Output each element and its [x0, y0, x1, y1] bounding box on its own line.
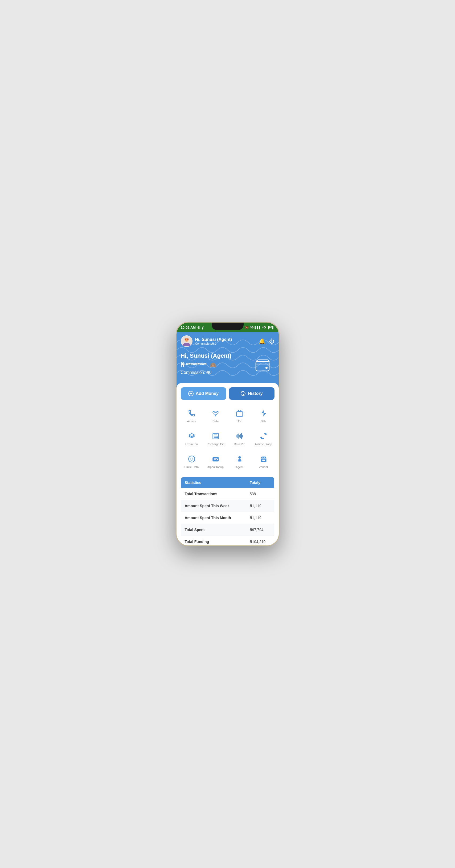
service-tv[interactable]: TV — [229, 405, 251, 426]
stats-col1-header: Statistics — [181, 477, 246, 488]
svg-point-25 — [238, 456, 241, 459]
action-buttons: Add Money History — [181, 387, 275, 400]
signal-display: 4G — [250, 326, 254, 329]
history-icon — [240, 391, 246, 396]
stats-row-value: 538 — [246, 488, 274, 500]
airtime-swap-label: Airtime Swap — [255, 442, 272, 446]
tv-label: TV — [237, 420, 241, 423]
header-body: Hi, Sunusi (Agent) ₦ ********* 🙈 Commiss… — [181, 352, 275, 375]
svg-point-8 — [215, 415, 216, 416]
data-label: Data — [212, 420, 219, 423]
svg-rect-30 — [262, 460, 265, 461]
whatsapp-icon: ⊛ — [197, 326, 200, 330]
svg-point-2 — [184, 339, 186, 340]
exam-pin-label: Exam Pin — [185, 442, 198, 446]
alpha-topup-label: Alpha Topup — [207, 465, 224, 469]
service-exam-pin[interactable]: Exam Pin — [181, 428, 203, 449]
header-user-info: Hi, Sunusi (Agent) Commission:₦ 0 — [195, 337, 232, 345]
svg-rect-13 — [236, 435, 237, 437]
statistics-table: Statistics Totaly Total Transactions538A… — [181, 477, 275, 546]
svg-rect-24 — [217, 459, 218, 460]
stats-row-label: Amount Spent This Month — [181, 512, 246, 524]
service-data[interactable]: Data — [205, 405, 227, 426]
vendor-label: Vendor — [259, 465, 268, 469]
stats-row-value: ₦1,119 — [246, 512, 274, 524]
service-vendor[interactable]: Vendor — [253, 451, 275, 472]
phone-screen: 10:02 AM ⊛ ƒ 🔕 4G ▌▌▌ 4G ▐94▌ — [176, 322, 279, 546]
svg-rect-14 — [237, 434, 238, 438]
user-avatar — [181, 335, 193, 347]
header-action-icons: 🔔 ⏻ — [259, 338, 275, 344]
service-airtime[interactable]: Airtime — [181, 405, 203, 426]
svg-point-12 — [217, 437, 218, 438]
service-smile-data[interactable]: Smile Data — [181, 451, 203, 472]
service-bills[interactable]: Bills — [253, 405, 275, 426]
svg-rect-16 — [239, 435, 239, 437]
facebook-icon: ƒ — [202, 326, 204, 330]
stats-row-value: ₦104,210 — [246, 536, 274, 546]
bills-icon — [260, 408, 267, 418]
battery-display: ▐94▌ — [267, 326, 275, 329]
app-header: Hi, Sunusi (Agent) Commission:₦ 0 🔔 ⏻ Hi… — [176, 332, 279, 391]
agent-label: (Agent) — [211, 352, 231, 359]
hide-balance-icon[interactable]: 🙈 — [210, 362, 217, 368]
data-icon — [212, 408, 219, 418]
main-content: Add Money History — [176, 383, 279, 546]
stats-row-value: ₦1,119 — [246, 500, 274, 512]
service-airtime-swap[interactable]: Airtime Swap — [253, 428, 275, 449]
status-bar-left: 10:02 AM ⊛ ƒ — [181, 326, 204, 330]
smile-data-icon — [188, 454, 195, 464]
recharge-pin-icon — [212, 431, 219, 441]
service-alpha-topup[interactable]: Alpha Topup — [205, 451, 227, 472]
wallet-float-icon — [255, 359, 270, 375]
stats-row-label: Amount Spent This Week — [181, 500, 246, 512]
history-button[interactable]: History — [229, 387, 275, 400]
stats-row-label: Total Spent — [181, 524, 246, 536]
bills-label: Bills — [261, 420, 266, 423]
notification-icon[interactable]: 🔔 — [259, 338, 265, 344]
svg-rect-10 — [189, 435, 194, 438]
agent-icon — [236, 454, 243, 464]
airtime-swap-icon — [260, 431, 267, 441]
service-agent[interactable]: Agent — [229, 451, 251, 472]
svg-point-5 — [265, 367, 267, 369]
recharge-pin-label: Recharge Pin — [207, 442, 224, 446]
vendor-icon — [260, 454, 267, 464]
data-pin-icon — [236, 431, 243, 441]
svg-point-3 — [187, 339, 189, 340]
notch — [212, 322, 244, 330]
phone-frame: 10:02 AM ⊛ ƒ 🔕 4G ▌▌▌ 4G ▐94▌ — [176, 322, 280, 546]
header-user: Hi, Sunusi (Agent) Commission:₦ 0 — [181, 335, 232, 347]
header-greeting: Hi, Sunusi (Agent) — [195, 337, 232, 342]
tv-icon — [236, 408, 243, 418]
stats-col2-header: Totaly — [246, 477, 274, 488]
stats-row-label: Total Transactions — [181, 488, 246, 500]
header-commission: Commission:₦ 0 — [195, 342, 232, 345]
stats-row: Total Funding₦104,210 — [181, 536, 274, 546]
airtime-label: Airtime — [187, 420, 196, 423]
service-grid: Airtime Data — [181, 405, 275, 472]
alpha-topup-icon — [212, 454, 219, 464]
service-data-pin[interactable]: Data Pin — [229, 428, 251, 449]
main-greeting: Hi, Sunusi (Agent) — [181, 352, 275, 359]
stats-row: Total Transactions538 — [181, 488, 274, 500]
svg-rect-27 — [238, 460, 241, 461]
stats-row: Total Spent₦97,794 — [181, 524, 274, 536]
exam-pin-icon — [188, 431, 196, 441]
stats-row: Amount Spent This Week₦1,119 — [181, 500, 274, 512]
add-money-icon — [188, 391, 194, 396]
stats-row-label: Total Funding — [181, 536, 246, 546]
svg-rect-18 — [241, 433, 241, 439]
svg-point-20 — [189, 456, 195, 462]
signal2-display: 4G — [262, 326, 266, 329]
add-money-button[interactable]: Add Money — [181, 387, 226, 400]
power-icon[interactable]: ⏻ — [269, 338, 275, 344]
status-bar-right: 🔕 4G ▌▌▌ 4G ▐94▌ — [245, 326, 275, 329]
svg-rect-9 — [236, 412, 243, 416]
service-recharge-pin[interactable]: Recharge Pin — [205, 428, 227, 449]
smile-data-label: Smile Data — [184, 465, 199, 469]
svg-rect-19 — [242, 435, 243, 437]
header-top: Hi, Sunusi (Agent) Commission:₦ 0 🔔 ⏻ — [181, 335, 275, 347]
stats-row: Amount Spent This Month₦1,119 — [181, 512, 274, 524]
signal-bars: ▌▌▌ — [255, 326, 261, 329]
